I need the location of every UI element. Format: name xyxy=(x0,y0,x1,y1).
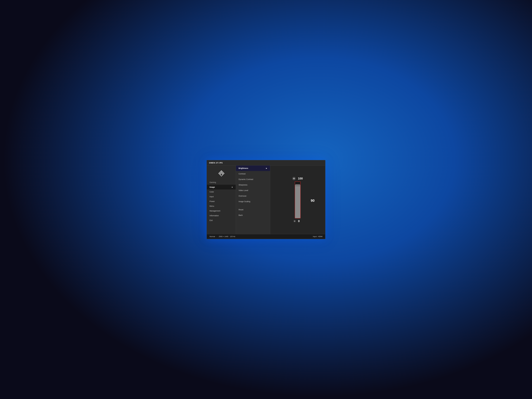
slider-track[interactable] xyxy=(295,181,301,218)
sidebar: Gaming Image ► Color Input Power Menu Ma… xyxy=(207,165,236,234)
slider-min-value: 0 xyxy=(298,219,302,223)
svg-point-3 xyxy=(219,173,221,174)
svg-line-16 xyxy=(295,179,295,180)
slider-max-value: 100 xyxy=(298,177,303,180)
sidebar-arrow-image: ► xyxy=(232,186,233,188)
menu-item-image-scaling[interactable]: Image Scaling xyxy=(236,199,270,204)
menu-label-back: Back xyxy=(239,214,243,216)
svg-line-27 xyxy=(294,222,294,222)
menu-label-dynamic-contrast: Dynamic Contrast xyxy=(239,178,253,180)
sidebar-item-gaming[interactable]: Gaming xyxy=(207,180,236,185)
sun-icon-max xyxy=(292,177,296,180)
svg-point-19 xyxy=(294,221,295,222)
svg-line-17 xyxy=(295,177,295,178)
status-mode: Normal xyxy=(209,235,215,238)
status-refresh: 120 Hz xyxy=(230,235,235,238)
sidebar-item-power[interactable]: Power xyxy=(207,199,236,204)
sidebar-label-information: Information xyxy=(209,215,219,217)
menu-item-reset[interactable]: Reset xyxy=(236,207,270,212)
logo-area xyxy=(207,168,236,180)
sidebar-label-exit: Exit xyxy=(209,219,213,222)
slider-group: 100 90 xyxy=(292,177,303,223)
menu-label-video-level: Video Level xyxy=(239,189,248,191)
slider-fill xyxy=(295,185,300,218)
slider-top-area: 100 xyxy=(292,177,303,180)
slider-bottom-area: 0 xyxy=(293,219,302,223)
sidebar-item-image[interactable]: Image ► xyxy=(207,185,236,190)
slider-current-value: 90 xyxy=(311,198,315,203)
menu-item-sharpness[interactable]: Sharpness xyxy=(236,182,270,188)
status-colon: : xyxy=(217,235,217,238)
sidebar-item-input[interactable]: Input xyxy=(207,194,236,199)
svg-point-4 xyxy=(222,173,223,174)
menu-item-contrast[interactable]: Contrast xyxy=(236,171,270,177)
sidebar-label-gaming: Gaming xyxy=(209,181,216,184)
sidebar-item-information[interactable]: Information xyxy=(207,213,236,218)
svg-line-25 xyxy=(295,222,295,222)
menu-item-video-level[interactable]: Video Level xyxy=(236,188,270,193)
svg-line-18 xyxy=(293,179,293,180)
slider-current-container: 90 xyxy=(311,198,315,203)
title-bar: OMEN 27i IPS xyxy=(207,160,325,165)
status-bar: Normal : 2560 × 1440 120 Hz Input : HDMI xyxy=(207,234,325,239)
middle-menu: Brightness ► Contrast Dynamic Contrast S… xyxy=(236,165,270,234)
menu-label-overscan: Overscan xyxy=(239,195,247,197)
sidebar-label-power: Power xyxy=(209,200,215,203)
sun-icon-min xyxy=(293,220,296,222)
right-panel: 100 90 xyxy=(270,165,325,234)
menu-label-sharpness: Sharpness xyxy=(239,184,247,186)
svg-point-5 xyxy=(221,173,222,174)
menu-label-reset: Reset xyxy=(239,209,243,211)
status-input-label: Input : xyxy=(313,235,318,238)
menu-item-brightness[interactable]: Brightness ► xyxy=(236,165,270,171)
menu-divider xyxy=(236,204,270,207)
sidebar-item-management[interactable]: Management xyxy=(207,209,236,213)
sidebar-item-exit[interactable]: Exit xyxy=(207,218,236,223)
status-right: Input : HDMI xyxy=(313,235,323,238)
svg-line-24 xyxy=(294,220,294,221)
sidebar-label-management: Management xyxy=(209,210,220,212)
menu-item-overscan[interactable]: Overscan xyxy=(236,193,270,199)
sidebar-label-image: Image xyxy=(209,186,215,188)
status-input-value: HDMI xyxy=(318,235,323,238)
monitor-title: OMEN 27i IPS xyxy=(209,162,223,164)
svg-line-26 xyxy=(295,220,295,221)
sidebar-label-input: Input xyxy=(209,196,214,198)
sidebar-label-color: Color xyxy=(209,191,214,193)
sidebar-label-menu: Menu xyxy=(209,205,214,207)
omen-logo-icon xyxy=(217,169,225,177)
menu-label-image-scaling: Image Scaling xyxy=(239,200,250,203)
status-left: Normal : 2560 × 1440 120 Hz xyxy=(209,235,235,238)
svg-point-2 xyxy=(221,171,222,173)
menu-item-dynamic-contrast[interactable]: Dynamic Contrast xyxy=(236,177,270,182)
osd-content: Gaming Image ► Color Input Power Menu Ma… xyxy=(207,165,325,234)
slider-thumb[interactable] xyxy=(295,184,300,186)
svg-line-15 xyxy=(293,177,293,178)
monitor-frame: OMEN 27i IPS xyxy=(207,160,325,239)
status-resolution: 2560 × 1440 xyxy=(219,235,228,238)
sidebar-item-color[interactable]: Color xyxy=(207,190,236,194)
svg-point-10 xyxy=(293,178,295,179)
menu-label-brightness: Brightness xyxy=(239,167,248,169)
menu-label-contrast: Contrast xyxy=(239,173,246,175)
menu-item-back[interactable]: Back xyxy=(236,212,270,218)
sidebar-item-menu[interactable]: Menu xyxy=(207,204,236,209)
menu-arrow-brightness: ► xyxy=(266,167,267,169)
